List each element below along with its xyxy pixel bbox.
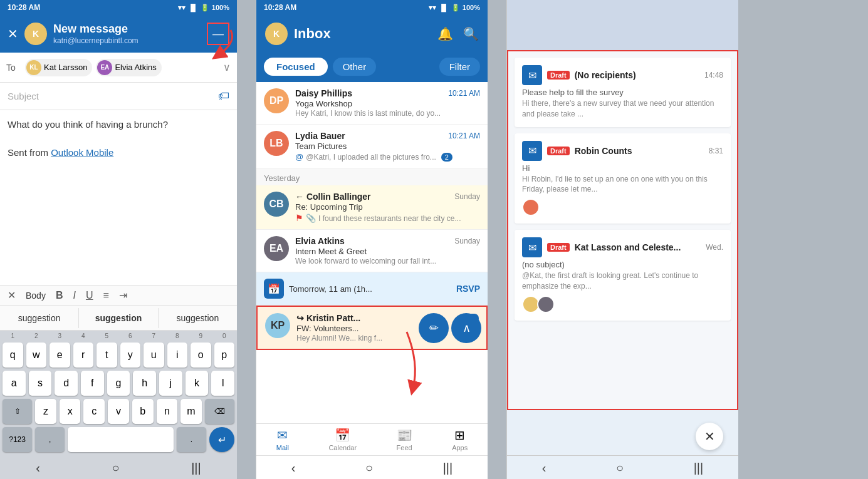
suggestion-2[interactable]: suggestion [79,308,158,328]
nav-feed[interactable]: 📰 Feed [397,428,412,451]
key-i[interactable]: i [167,343,188,368]
key-a[interactable]: a [3,371,26,396]
key-space[interactable] [68,427,173,452]
close-button[interactable]: ✕ [8,26,18,41]
tab-focused[interactable]: Focused [264,58,328,76]
nav-mail[interactable]: ✉ Mail [276,428,289,451]
home-button-drafts[interactable]: ○ [616,461,624,475]
key-s[interactable]: s [29,371,52,396]
key-v[interactable]: v [108,399,129,424]
key-c[interactable]: c [83,399,105,424]
tab-filter[interactable]: Filter [439,58,480,76]
key-k[interactable]: k [186,371,209,396]
menu-button-drafts[interactable]: ||| [694,461,704,475]
subject-field[interactable]: Subject 🏷 [0,83,237,110]
minimize-button[interactable]: — [207,23,229,45]
key-p[interactable]: p [214,343,235,368]
status-icons-compose: ▾▾ ▐▌ 🔋 100% [178,4,229,12]
email-item-daisy[interactable]: DP Daisy Phillips 10:21 AM Yoga Workshop… [256,82,488,125]
drafts-close-button[interactable]: ✕ [696,423,723,450]
underline-button[interactable]: U [86,290,93,301]
key-b[interactable]: b [132,399,154,424]
nav-apps[interactable]: ⊞ Apps [452,428,468,451]
key-y[interactable]: y [120,343,141,368]
suggestion-1[interactable]: suggestion [0,308,79,328]
suggestions-bar: suggestion suggestion suggestion [0,306,237,331]
key-shift[interactable]: ⇧ [3,399,32,424]
back-button-inbox[interactable]: ‹ [291,461,296,475]
key-backspace[interactable]: ⌫ [205,399,234,424]
menu-button-inbox[interactable]: ||| [443,461,453,475]
bottom-nav-inbox: ✉ Mail 📅 Calendar 📰 Feed ⊞ Apps [256,423,488,455]
key-z[interactable]: z [35,399,56,424]
email-item-kristin[interactable]: KP ↪ Kristin Patt... 3 FW: Volunteers...… [256,306,488,350]
body-text-line1: What do you think of having a brunch? [8,118,229,132]
key-u[interactable]: u [144,343,164,368]
outlook-mobile-link[interactable]: Outlook Mobile [51,147,113,158]
email-content-lydia: Lydia Bauer 10:21 AM Team Pictures @ @Ka… [295,131,480,162]
key-g[interactable]: g [107,371,130,396]
keyboard-row-3: ⇧ z x c v b n m ⌫ [0,396,237,424]
nav-calendar[interactable]: 📅 Calendar [328,428,357,451]
suggestion-3[interactable]: suggestion [159,308,237,328]
draft-item-2[interactable]: ✉ Draft Robin Counts 8:31 Hi Hi Robin, I… [515,133,731,224]
signal-icon-inbox: ▐▌ [439,4,449,11]
list-button[interactable]: ≡ [103,290,109,301]
key-n[interactable]: n [157,399,178,424]
key-f[interactable]: f [81,371,104,396]
key-x[interactable]: x [60,399,81,424]
draft-avatar-robin [522,198,540,216]
sender-elvia: Elvia Atkins [295,236,345,246]
back-button-compose[interactable]: ‹ [36,461,40,475]
key-o[interactable]: o [191,343,211,368]
rsvp-button[interactable]: RSVP [456,284,480,294]
key-d[interactable]: d [55,371,78,396]
compose-body[interactable]: What do you think of having a brunch? Se… [0,110,237,285]
draft-mail-icon-2: ✉ [522,141,542,161]
recipient-chip-kat[interactable]: KL Kat Larsson [25,59,92,76]
to-label: To [6,63,21,73]
key-w[interactable]: w [26,343,47,368]
fab-compose-button[interactable]: ✏ [419,313,449,343]
key-comma[interactable]: , [35,427,65,452]
email-item-elvia[interactable]: EA Elvia Atkins Sunday Intern Meet & Gre… [256,230,488,272]
to-field[interactable]: To KL Kat Larsson EA Elvia Atkins ∨ [0,53,237,83]
format-close-icon[interactable]: ✕ [8,289,16,301]
calendar-reminder: 📅 Tomorrow, 11 am (1h... RSVP [256,272,488,306]
draft-item-3[interactable]: ✉ Draft Kat Lasson and Celeste... Wed. (… [515,230,731,321]
battery-text-inbox: 100% [463,4,480,11]
key-h[interactable]: h [133,371,156,396]
tab-other[interactable]: Other [333,58,377,76]
key-enter[interactable]: ↵ [209,427,234,452]
back-button-drafts[interactable]: ‹ [542,461,546,475]
italic-button[interactable]: I [73,290,75,301]
fab-collapse-button[interactable]: ∧ [451,313,481,343]
key-l[interactable]: l [211,371,234,396]
key-e[interactable]: e [50,343,70,368]
key-q[interactable]: q [3,343,23,368]
key-t[interactable]: t [97,343,117,368]
draft-avatar-celeste [537,296,555,313]
key-numbers[interactable]: ?123 [3,427,32,452]
avatar-kristin: KP [265,313,290,338]
draft-item-1[interactable]: ✉ Draft (No recipients) 14:48 Please hel… [515,58,731,127]
inbox-panel: 10:28 AM ▾▾ ▐▌ 🔋 100% K Inbox 🔔 🔍 Focuse… [256,0,488,479]
draft-preview-1: Hi there, there's a new survey that we n… [522,98,723,120]
menu-button-compose[interactable]: ||| [191,461,201,475]
home-button-compose[interactable]: ○ [112,461,119,475]
recipient-chip-elvia[interactable]: EA Elvia Atkins [96,59,161,76]
indent-button[interactable]: ⇥ [119,289,127,301]
email-item-collin[interactable]: CB ← Collin Ballinger Sunday Re: Upcomin… [256,185,488,230]
format-body-label[interactable]: Body [26,291,46,301]
key-r[interactable]: r [73,343,94,368]
key-j[interactable]: j [159,371,182,396]
key-period[interactable]: . [177,427,206,452]
email-item-lydia[interactable]: LB Lydia Bauer 10:21 AM Team Pictures @ … [256,125,488,168]
search-icon[interactable]: 🔍 [463,26,479,41]
kat-avatar: KL [26,60,41,75]
home-button-inbox[interactable]: ○ [365,461,373,475]
key-m[interactable]: m [180,399,202,424]
bell-icon[interactable]: 🔔 [437,26,453,41]
draft-time-2: 8:31 [709,147,723,155]
bold-button[interactable]: B [56,290,63,301]
